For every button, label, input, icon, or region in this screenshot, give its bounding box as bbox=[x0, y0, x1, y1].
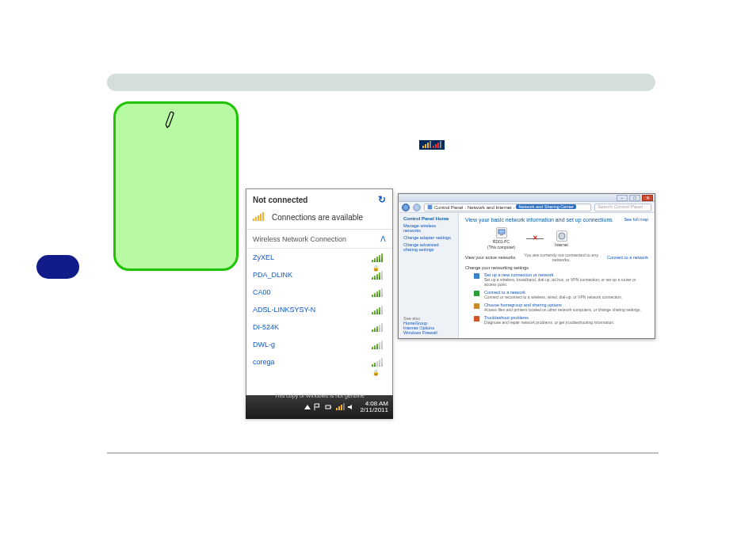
svg-rect-3 bbox=[498, 230, 505, 234]
svg-rect-0 bbox=[326, 405, 330, 409]
svg-rect-7 bbox=[474, 291, 479, 296]
volume-icon[interactable] bbox=[347, 403, 355, 411]
clock-date: 2/11/2011 bbox=[360, 407, 388, 413]
svg-rect-2 bbox=[428, 205, 433, 210]
blue-pill bbox=[36, 255, 79, 279]
cp-main: View your basic network information and … bbox=[459, 213, 655, 338]
cp-task-item[interactable]: Troubleshoot problemsDiagnose and repair… bbox=[473, 315, 648, 325]
internet-label: Internet bbox=[555, 242, 568, 247]
task-icon bbox=[473, 303, 480, 310]
task-desc: Access files and printers located on oth… bbox=[484, 307, 641, 312]
wifi-network-name: DWL-g bbox=[253, 341, 275, 348]
signal-strength-icon: 🔒 bbox=[372, 357, 386, 367]
connect-network-link[interactable]: Connect to a network bbox=[607, 255, 648, 260]
nav-back-button[interactable] bbox=[402, 204, 410, 211]
cp-task-item[interactable]: Connect to a networkConnect or reconnect… bbox=[473, 290, 648, 299]
main-heading: View your basic network information and … bbox=[465, 217, 613, 223]
tray-network-icon-sample bbox=[419, 140, 445, 150]
task-icon bbox=[473, 272, 480, 280]
wifi-network-name: ZyXEL bbox=[253, 253, 274, 261]
pc-name-label: RD01-PC bbox=[493, 239, 510, 244]
signal-available-icon bbox=[253, 211, 267, 223]
network-tray-icon[interactable] bbox=[336, 403, 344, 411]
wifi-network-item[interactable]: DI-524K bbox=[246, 318, 392, 336]
lock-icon: 🔒 bbox=[372, 370, 380, 375]
signal-strength-icon bbox=[372, 322, 386, 332]
svg-rect-1 bbox=[330, 406, 331, 408]
signal-strength-icon: 🔒 bbox=[372, 253, 386, 262]
broken-x-icon: ✕ bbox=[533, 234, 538, 242]
svg-rect-4 bbox=[500, 234, 503, 235]
task-icon bbox=[473, 315, 480, 322]
system-clock[interactable]: 4:08 AM 2/11/2011 bbox=[360, 401, 388, 413]
wireless-network-list: ZyXEL🔒PDA_DLINKCA00ADSL-LINKSYSY-NDI-524… bbox=[246, 249, 392, 371]
task-list: Set up a new connection or networkSet up… bbox=[465, 272, 648, 325]
top-rounded-bar bbox=[107, 74, 655, 91]
cp-task-item[interactable]: Choose homegroup and sharing optionsAcce… bbox=[473, 303, 648, 312]
window-titlebar[interactable]: – □ ✕ bbox=[399, 194, 655, 202]
wifi-network-name: PDA_DLINK bbox=[253, 271, 292, 279]
wifi-network-item[interactable]: CA00 bbox=[246, 284, 392, 301]
wifi-network-name: ADSL-LINKSYSY-N bbox=[253, 306, 315, 314]
crumb-1[interactable]: Control Panel bbox=[434, 205, 463, 210]
breadcrumb[interactable]: Control Panel › Network and Internet › N… bbox=[424, 204, 591, 211]
svg-rect-8 bbox=[474, 303, 479, 309]
see-full-map-link[interactable]: See full map bbox=[624, 217, 648, 222]
change-settings-heading: Change your networking settings bbox=[465, 265, 648, 270]
wifi-status-text: Not connected bbox=[253, 196, 307, 204]
svg-point-5 bbox=[559, 233, 565, 239]
sidebar-link-manage-wireless[interactable]: Manage wireless networks bbox=[403, 223, 453, 233]
wifi-network-name: corega bbox=[253, 358, 275, 366]
crumb-2[interactable]: Network and Internet bbox=[468, 205, 512, 210]
network-broken-line: ✕ bbox=[526, 238, 544, 239]
wireless-networks-popup: Not connected ↻ Connections are availabl… bbox=[246, 188, 393, 419]
signal-strength-icon bbox=[372, 305, 386, 314]
chevron-up-icon[interactable]: ᐱ bbox=[380, 234, 386, 243]
connections-available-text: Connections are available bbox=[272, 213, 363, 222]
pc-icon bbox=[496, 227, 507, 238]
wireless-section-title: Wireless Network Connection bbox=[253, 235, 346, 243]
nav-forward-button[interactable] bbox=[413, 204, 421, 211]
bottom-divider bbox=[107, 452, 659, 454]
windows-genuine-text: This copy of Windows is not genuine bbox=[246, 393, 393, 398]
wifi-network-name: CA00 bbox=[253, 288, 271, 296]
sidebar-link-adapter[interactable]: Change adapter settings bbox=[403, 235, 453, 240]
tray-chevron-icon[interactable] bbox=[304, 405, 311, 409]
network-sharing-center-window: – □ ✕ Control Panel › Network and Intern… bbox=[398, 193, 655, 339]
maximize-button[interactable]: □ bbox=[629, 195, 640, 201]
task-desc: Connect or reconnect to a wireless, wire… bbox=[484, 295, 622, 299]
minimize-button[interactable]: – bbox=[617, 195, 628, 201]
svg-rect-9 bbox=[474, 316, 479, 322]
wifi-network-item[interactable]: DWL-g bbox=[246, 336, 392, 353]
pen-icon bbox=[158, 107, 181, 130]
wifi-network-item[interactable]: corega🔒 bbox=[246, 353, 392, 371]
signal-strength-icon bbox=[372, 270, 386, 280]
close-button[interactable]: ✕ bbox=[642, 195, 653, 201]
crumb-3[interactable]: Network and Sharing Center bbox=[516, 204, 575, 209]
active-networks-heading: View your active networks bbox=[465, 255, 515, 260]
chevron-right-icon: › bbox=[464, 205, 466, 210]
green-note-box bbox=[113, 101, 239, 271]
cp-task-item[interactable]: Set up a new connection or networkSet up… bbox=[473, 272, 648, 287]
control-panel-icon bbox=[427, 204, 433, 210]
wifi-network-item[interactable]: PDA_DLINK bbox=[246, 266, 392, 284]
pc-sub-label: (This computer) bbox=[487, 245, 515, 249]
address-bar-row: Control Panel › Network and Internet › N… bbox=[399, 202, 655, 213]
power-icon[interactable] bbox=[325, 403, 333, 411]
task-icon bbox=[473, 290, 480, 297]
see-also-firewall[interactable]: Windows Firewall bbox=[403, 330, 453, 335]
globe-icon bbox=[556, 230, 567, 242]
windows-taskbar: This copy of Windows is not genuine 4:08… bbox=[246, 395, 393, 419]
sidebar-heading: Control Panel Home bbox=[403, 216, 453, 221]
active-networks-msg: You are currently not connected to any n… bbox=[515, 253, 607, 262]
wifi-network-item[interactable]: ADSL-LINKSYSY-N bbox=[246, 301, 392, 318]
sidebar-link-advanced-sharing[interactable]: Change advanced sharing settings bbox=[403, 242, 453, 252]
signal-strength-icon bbox=[372, 340, 386, 349]
flag-icon[interactable] bbox=[314, 403, 322, 411]
svg-rect-6 bbox=[474, 273, 479, 279]
search-input[interactable]: Search Control Panel bbox=[594, 204, 651, 211]
signal-strength-icon bbox=[372, 287, 386, 297]
wifi-network-name: DI-524K bbox=[253, 323, 279, 331]
refresh-icon[interactable]: ↻ bbox=[378, 194, 386, 205]
wifi-network-item[interactable]: ZyXEL🔒 bbox=[246, 249, 392, 266]
